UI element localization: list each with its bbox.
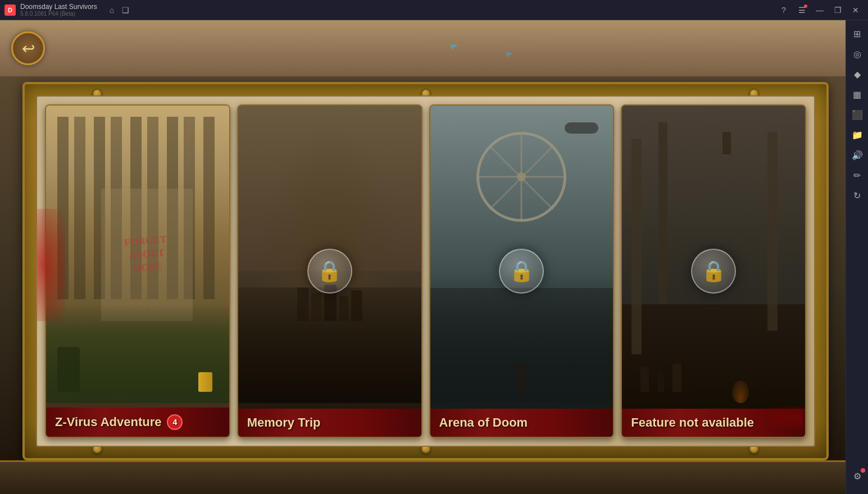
app-version: 5.8.0.1081 P64 (Beta) — [20, 11, 97, 17]
card-3-ferris-wheel — [476, 132, 566, 222]
card-1-label: Z-Virus Adventure 4 — [46, 408, 229, 437]
app-icon: D — [4, 4, 16, 16]
card-1-barrel — [198, 372, 212, 392]
card-z-virus[interactable]: FORGETABOUTHOPE Z-Virus Adventure 4 — [45, 104, 230, 438]
card-4-label: Feature not available — [622, 409, 805, 437]
board-frame: FORGETABOUTHOPE Z-Virus Adventure 4 — [22, 82, 829, 460]
restore-button[interactable]: ❐ — [830, 2, 846, 18]
sidebar-apps-icon[interactable]: ▦ — [848, 85, 866, 103]
card-2-title: Memory Trip — [247, 415, 321, 430]
card-2-ground — [238, 287, 421, 404]
card-4-fire — [732, 381, 749, 403]
sidebar-grid-icon[interactable]: ⊞ — [848, 25, 866, 43]
sidebar-folder-icon[interactable]: 📁 — [848, 126, 866, 144]
minimize-button[interactable]: — — [812, 2, 828, 18]
card-4-figure-top — [722, 132, 731, 154]
back-button[interactable]: ↩ — [11, 31, 45, 65]
sidebar-refresh-icon[interactable]: ↻ — [848, 186, 866, 204]
board-inner: FORGETABOUTHOPE Z-Virus Adventure 4 — [36, 95, 815, 447]
card-2-lock: 🔒 — [307, 249, 352, 294]
sidebar-diamond-icon[interactable]: ◆ — [848, 65, 866, 83]
home-nav-icon[interactable]: ⌂ — [106, 3, 117, 17]
lock-icon-2: 🔒 — [509, 259, 534, 283]
main-content: 🐦 🐦 ↩ FORGETAB — [0, 20, 846, 494]
card-3-lock: 🔒 — [499, 249, 544, 294]
card-4-ground-figures — [640, 309, 787, 392]
card-3-airship — [565, 122, 598, 134]
sidebar-globe-icon[interactable]: ◎ — [848, 45, 866, 63]
bottom-bar — [0, 460, 846, 494]
card-4-pillar-2 — [658, 122, 667, 305]
lock-icon: 🔒 — [317, 259, 342, 283]
card-3-title: Arena of Doom — [439, 415, 528, 430]
card-1-scene: FORGETABOUTHOPE — [46, 106, 229, 437]
sidebar-edit-icon[interactable]: ✏ — [848, 166, 866, 184]
sidebar-capture-icon[interactable]: ⬛ — [848, 106, 866, 124]
menu-button[interactable]: ☰ — [794, 2, 810, 18]
card-arena-of-doom[interactable]: 🔒 Arena of Doom — [429, 104, 615, 438]
help-button[interactable]: ? — [776, 2, 792, 18]
card-1-graffiti: FORGETABOUTHOPE — [101, 189, 193, 321]
card-4-pillar-3 — [767, 132, 778, 331]
window-controls: ? ☰ — ❐ ✕ — [776, 2, 864, 18]
lock-icon-3: 🔒 — [701, 259, 726, 283]
title-bar: D Doomsday Last Survivors 5.8.0.1081 P64… — [0, 0, 868, 20]
page-nav-icon[interactable]: ❑ — [119, 3, 133, 17]
close-button[interactable]: ✕ — [848, 2, 864, 18]
card-3-label: Arena of Doom — [430, 409, 613, 437]
app-title: Doomsday Last Survivors — [20, 3, 97, 11]
card-1-title: Z-Virus Adventure — [55, 415, 161, 429]
card-feature-unavailable[interactable]: 🔒 Feature not available — [621, 104, 806, 438]
sidebar-settings-icon[interactable]: ⚙ — [848, 467, 866, 485]
sidebar-volume-icon[interactable]: 🔊 — [848, 146, 866, 164]
card-memory-trip[interactable]: 🔒 Memory Trip — [237, 104, 422, 438]
card-3-figure — [516, 364, 526, 392]
card-1-badge: 4 — [167, 414, 183, 430]
card-4-title: Feature not available — [631, 415, 754, 430]
back-arrow-icon: ↩ — [22, 39, 35, 58]
title-bar-menu: ⌂ ❑ — [106, 3, 133, 17]
card-4-lock: 🔒 — [691, 249, 736, 294]
card-2-label: Memory Trip — [238, 409, 421, 437]
right-sidebar: ⊞ ◎ ◆ ▦ ⬛ 📁 🔊 ✏ ↻ ⚙ — [846, 20, 868, 494]
